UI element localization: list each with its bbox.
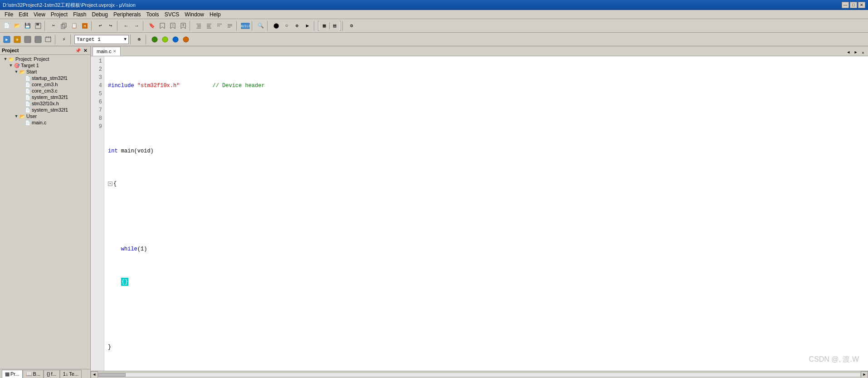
tb2-snap-button[interactable]: ⚡ — [59, 34, 69, 44]
scroll-track[interactable] — [98, 373, 861, 377]
toolbar-sep6 — [236, 21, 239, 31]
wrap-button[interactable] — [225, 21, 235, 31]
save-all-button[interactable] — [33, 21, 43, 31]
tb2-btn2[interactable]: ⊕ — [12, 34, 22, 44]
bottom-tab-books[interactable]: 📖 B... — [23, 370, 44, 378]
bookmark2-button[interactable] — [157, 21, 167, 31]
tb2-btn4[interactable] — [33, 34, 43, 44]
tree-item-systemstm32[interactable]: 📄 system_stm32f1 — [1, 94, 89, 100]
tree-item-mainc[interactable]: 📄 main.c — [1, 119, 89, 126]
build-target-button[interactable]: BUILD — [240, 21, 250, 31]
disable-breakpoint-button[interactable]: ○ — [282, 21, 292, 31]
tree-item-user[interactable]: ▼ 📂 User — [1, 113, 89, 119]
line7-indent — [108, 278, 121, 286]
tree-item-start[interactable]: ▼ 📂 Start — [1, 69, 89, 75]
sidebar-pin-button[interactable]: 📌 — [75, 47, 81, 54]
tb2-btn5[interactable] — [44, 34, 54, 44]
bottom-tab-templates[interactable]: 1↓ Te... — [60, 370, 82, 378]
bookmark-button[interactable]: 🔖 — [147, 21, 157, 31]
menu-file[interactable]: File — [2, 10, 16, 19]
tree-item-root[interactable]: ▼ 📁 Project: Project — [1, 56, 89, 62]
view2-button[interactable]: ▤ — [330, 21, 340, 31]
linenum-3: 3 — [91, 74, 102, 82]
tree-label-stm32f10x: stm32f10x.h — [32, 101, 59, 106]
tab-bar: main.c ✕ ◄ ► ✕ — [91, 46, 868, 56]
scroll-right-button[interactable]: ► — [861, 371, 868, 378]
linenum-6: 6 — [91, 98, 102, 106]
nav-forward-button[interactable]: → — [132, 21, 141, 31]
unindent-button[interactable] — [204, 21, 214, 31]
expander-start[interactable]: ▼ — [14, 69, 19, 74]
tree-item-startup[interactable]: 📄 startup_stm32f1 — [1, 75, 89, 81]
sidebar-close-button[interactable]: ✕ — [82, 47, 88, 54]
tree-item-stm32f10x[interactable]: 📄 stm32f10x.h — [1, 100, 89, 107]
tb2-green1-button[interactable] — [150, 34, 160, 44]
collapse-marker-4[interactable]: - — [108, 182, 112, 186]
tree-item-systemstm32b[interactable]: 📄 system_stm32f1 — [1, 107, 89, 113]
menu-view[interactable]: View — [31, 10, 48, 19]
options-button[interactable]: ⚙ — [346, 21, 356, 31]
tb2-btn1[interactable]: ▶ — [2, 34, 12, 44]
menu-flash[interactable]: Flash — [70, 10, 89, 19]
view1-button[interactable]: ▦ — [319, 21, 329, 31]
menu-tools[interactable]: Tools — [144, 10, 162, 19]
tb2-orange-button[interactable] — [181, 34, 191, 44]
menu-project[interactable]: Project — [48, 10, 70, 19]
expander-target1[interactable]: ▼ — [8, 63, 14, 68]
bookmark3-button[interactable] — [168, 21, 178, 31]
expander-user[interactable]: ▼ — [14, 113, 19, 119]
tab-mainc[interactable]: main.c ✕ — [93, 47, 121, 56]
scroll-left-button[interactable]: ◄ — [91, 371, 98, 378]
cut-button[interactable]: ✂ — [49, 21, 59, 31]
close-button[interactable]: ✕ — [858, 2, 865, 8]
bookmark4-button[interactable] — [178, 21, 188, 31]
tab-nav-left[interactable]: ◄ — [845, 49, 852, 56]
file-icon-systemstm32: 📄 — [24, 94, 31, 100]
tb2-cursor-button[interactable]: ⊕ — [134, 34, 144, 44]
expander-root[interactable]: ▼ — [3, 56, 8, 62]
menu-window[interactable]: Window — [182, 10, 207, 19]
redo-button[interactable]: ↪ — [106, 21, 116, 31]
code-editor[interactable]: 1 2 3 4 5 6 7 8 9 #include "stm32f10x.h"… — [91, 56, 868, 371]
logo-button[interactable]: M — [80, 21, 90, 31]
project-tab-icon: ▦ — [5, 371, 10, 377]
tb2-blue-button[interactable] — [171, 34, 180, 44]
tree-item-corecm3h[interactable]: 📄 core_cm3.h — [1, 81, 89, 88]
paste-button[interactable]: 📋 — [69, 21, 79, 31]
bottom-tab-functions[interactable]: {} f... — [44, 370, 60, 378]
run-button[interactable]: ▶ — [302, 21, 312, 31]
menu-debug[interactable]: Debug — [89, 10, 111, 19]
code-line-2 — [108, 114, 864, 123]
save-button[interactable]: 💾 — [23, 21, 33, 31]
format-button[interactable] — [215, 21, 224, 31]
tab-mainc-close[interactable]: ✕ — [113, 49, 117, 54]
tab-nav-right[interactable]: ► — [853, 49, 859, 56]
tree-item-target1[interactable]: ▼ 🎯 Target 1 — [1, 62, 89, 69]
bottom-tab-project[interactable]: ▦ Pr... — [2, 370, 23, 378]
target-dropdown[interactable]: Target 1 ▼ — [74, 35, 129, 44]
nav-back-button[interactable]: ← — [121, 21, 131, 31]
menu-edit[interactable]: Edit — [16, 10, 31, 19]
find-button[interactable]: 🔍 — [256, 21, 266, 31]
tab-nav-close[interactable]: ✕ — [860, 49, 866, 56]
maximize-button[interactable]: □ — [850, 2, 857, 8]
menu-help[interactable]: Help — [207, 10, 224, 19]
tb2-green2-button[interactable] — [160, 34, 170, 44]
scroll-thumb[interactable] — [98, 373, 126, 377]
clear-breakpoints-button[interactable]: ⊗ — [292, 21, 302, 31]
undo-button[interactable]: ↩ — [95, 21, 105, 31]
editor-scroll: 1 2 3 4 5 6 7 8 9 #include "stm32f10x.h"… — [91, 56, 868, 378]
titlebar-title: D:\stm32Project\2-1stm32工程模板\Project.uvp… — [3, 2, 136, 9]
menu-svcs[interactable]: SVCS — [162, 10, 182, 19]
copy-button[interactable] — [59, 21, 69, 31]
indent-button[interactable] — [194, 21, 204, 31]
new-file-button[interactable]: 📄 — [2, 21, 12, 31]
svg-rect-33 — [45, 37, 51, 42]
tree-item-corecm3c[interactable]: 📄 core_cm3.c — [1, 88, 89, 94]
breakpoint-button[interactable]: ⬤ — [271, 21, 281, 31]
tb2-btn3[interactable] — [23, 34, 33, 44]
menu-peripherals[interactable]: Peripherals — [111, 10, 144, 19]
open-button[interactable]: 📂 — [12, 21, 22, 31]
code-content[interactable]: #include "stm32f10x.h" // Device header … — [104, 56, 868, 371]
minimize-button[interactable]: — — [842, 2, 849, 8]
